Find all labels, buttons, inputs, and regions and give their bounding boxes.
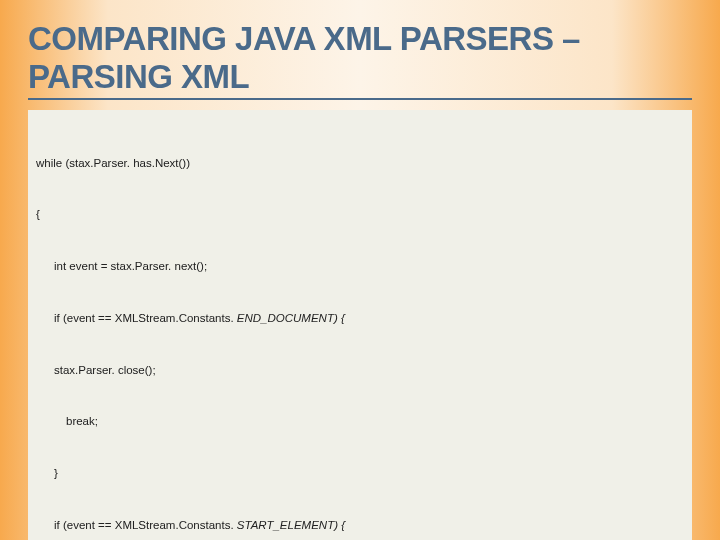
code-line: if (event == XMLStream.Constants. START_… (36, 517, 684, 534)
code-line: { (36, 206, 684, 223)
slide-content: while (stax.Parser. has.Next()) { int ev… (28, 110, 692, 540)
code-line: if (event == XMLStream.Constants. END_DO… (36, 310, 684, 327)
code-line: break; (36, 413, 684, 430)
code-line: } (36, 465, 684, 482)
code-line: while (stax.Parser. has.Next()) (36, 155, 684, 172)
slide: COMPARING JAVA XML PARSERS – PARSING XML… (0, 0, 720, 540)
code-line: stax.Parser. close(); (36, 362, 684, 379)
code-line: int event = stax.Parser. next(); (36, 258, 684, 275)
slide-title: COMPARING JAVA XML PARSERS – PARSING XML (28, 20, 692, 100)
code-block-1: while (stax.Parser. has.Next()) { int ev… (36, 120, 684, 540)
